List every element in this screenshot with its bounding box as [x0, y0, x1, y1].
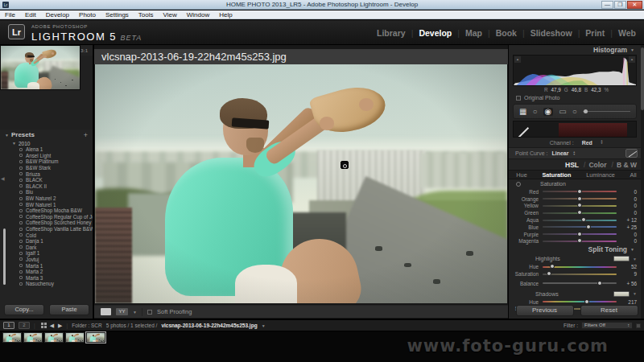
before-after-icon[interactable]: YY	[116, 308, 128, 315]
slider-knob[interactable]	[577, 189, 582, 194]
point-curve-value[interactable]: Linear	[551, 150, 568, 156]
chevron-down-icon[interactable]: ▼	[633, 257, 637, 261]
hsl-header-option[interactable]: Color	[580, 161, 607, 169]
preset-item[interactable]: Ansel Light	[0, 153, 93, 159]
reset-button[interactable]: Reset	[580, 305, 638, 316]
maximize-button[interactable]: ❐	[614, 1, 626, 9]
main-window-button[interactable]: 1	[3, 322, 14, 329]
add-preset-icon[interactable]: +	[84, 131, 88, 139]
presets-header[interactable]: ▼ Presets +	[0, 130, 93, 140]
preset-item[interactable]: Jovtuj	[0, 257, 93, 263]
filmstrip-thumbnail[interactable]	[86, 332, 105, 343]
slider-track[interactable]	[543, 241, 617, 242]
slider-track[interactable]	[543, 212, 617, 214]
menu-item[interactable]: Settings	[105, 11, 129, 19]
filmstrip-thumbnail[interactable]	[23, 332, 43, 343]
preset-item[interactable]: Marta 2	[0, 269, 93, 275]
channel-value[interactable]: Red	[582, 140, 592, 146]
filmstrip-thumbnail[interactable]	[65, 332, 85, 343]
menu-item[interactable]: File	[5, 11, 15, 19]
scrollbar-thumb[interactable]	[641, 47, 644, 110]
preset-item[interactable]: Igalf 1	[0, 250, 93, 257]
hsl-panel-header[interactable]: HSLColorB & W	[509, 159, 644, 170]
copy-button[interactable]: Copy...	[4, 304, 44, 315]
slider-knob[interactable]	[586, 224, 591, 229]
filter-lock-icon[interactable]	[636, 323, 641, 328]
filmstrip-thumbnail[interactable]	[2, 332, 22, 343]
shadow-clipping-indicator[interactable]: ▲	[514, 56, 521, 63]
hsl-header-option[interactable]: B & W	[609, 161, 637, 169]
preset-item[interactable]: Nasuchenuy	[0, 281, 93, 287]
preset-item[interactable]: Biu	[0, 189, 93, 195]
slider-value[interactable]: + 12	[617, 217, 637, 223]
previous-photo-arrow-icon[interactable]: ◀	[50, 323, 54, 329]
slider-knob[interactable]	[547, 271, 551, 276]
menu-item[interactable]: Window	[187, 11, 209, 19]
preset-item[interactable]: B&W Stark	[0, 165, 93, 171]
preset-item[interactable]: Marta 3	[0, 274, 93, 281]
current-file-breadcrumb[interactable]: vlcsnap-2013-06-19-22h42m45s253.jpg	[161, 323, 257, 328]
hsl-tab[interactable]: Hue	[516, 171, 526, 179]
slider-knob[interactable]	[597, 281, 602, 286]
loupe-view-icon[interactable]	[101, 308, 111, 315]
previous-button[interactable]: Previous	[516, 305, 574, 316]
slider-knob[interactable]	[581, 217, 586, 222]
preset-item[interactable]: Danja 1	[0, 238, 93, 245]
slider-knob[interactable]	[577, 203, 582, 208]
slider-value[interactable]: 9	[617, 271, 637, 277]
slider-knob[interactable]	[577, 238, 582, 243]
targeted-adjustment-icon[interactable]	[516, 182, 521, 187]
slider-value[interactable]: + 25	[617, 224, 637, 230]
highlights-color-swatch[interactable]	[613, 256, 630, 261]
preset-item[interactable]: CoffeeShop Vanilla Latte B&W	[0, 226, 93, 232]
menu-item[interactable]: Photo	[79, 11, 96, 19]
right-panel-scrollbar[interactable]	[641, 45, 644, 319]
preset-item[interactable]: CoffeeShop Scorched Honey	[0, 220, 93, 226]
minimize-button[interactable]: —	[601, 1, 613, 9]
second-window-button[interactable]: 2	[19, 322, 30, 329]
tone-curve-panel[interactable]	[513, 121, 637, 138]
hsl-tab[interactable]: All	[630, 171, 637, 179]
red-eye-tool-icon[interactable]: ◉	[543, 108, 554, 116]
module-tab[interactable]: Develop	[406, 28, 452, 38]
tool-slider-knob[interactable]	[584, 109, 588, 113]
hsl-tab[interactable]: Saturation	[542, 171, 571, 179]
filter-dropdown[interactable]: Filters Off ↕	[581, 322, 633, 329]
slider-value[interactable]: 0	[617, 238, 637, 244]
slider-track[interactable]	[543, 191, 617, 192]
navigator-preview[interactable]	[0, 45, 80, 90]
module-tab[interactable]: Library	[377, 28, 406, 38]
slider-track[interactable]	[543, 220, 617, 221]
edit-point-curve-button[interactable]	[625, 149, 638, 158]
preset-item[interactable]: B&W Platinum	[0, 158, 93, 165]
slider-value[interactable]: 0	[617, 203, 637, 208]
slider-track[interactable]	[543, 282, 617, 284]
next-photo-arrow-icon[interactable]: ▶	[58, 323, 62, 329]
spot-removal-tool-icon[interactable]: ○	[532, 108, 537, 116]
hsl-tab[interactable]: Luminance	[586, 171, 615, 179]
grid-view-icon[interactable]	[41, 323, 43, 325]
preset-item[interactable]: Briuza	[0, 171, 93, 177]
preset-item[interactable]: CoffeeShop Mocha B&W	[0, 208, 93, 214]
slider-value[interactable]: 217	[617, 299, 637, 305]
menu-item[interactable]: View	[163, 11, 177, 19]
slider-value[interactable]: 0	[617, 189, 637, 195]
module-tab[interactable]: Print	[572, 28, 605, 38]
preset-item[interactable]: CoffeeShop Regular Cup of Jo...	[0, 214, 93, 220]
paste-button[interactable]: Paste	[49, 304, 89, 315]
slider-track[interactable]	[543, 266, 617, 268]
module-tab[interactable]: Web	[605, 28, 636, 38]
menu-item[interactable]: Tools	[138, 11, 154, 19]
preset-item[interactable]: BW Naturel 2	[0, 195, 93, 202]
preset-item[interactable]: Cold	[0, 232, 93, 238]
highlight-clipping-indicator[interactable]: ▲	[629, 56, 635, 63]
slider-track[interactable]	[543, 233, 617, 235]
module-tab[interactable]: Slideshow	[517, 28, 572, 38]
preset-item[interactable]: BLACK II	[0, 183, 93, 190]
slider-value[interactable]: 52	[617, 264, 637, 269]
slider-value[interactable]: 0	[617, 196, 637, 202]
filmstrip-thumbnail[interactable]	[44, 332, 64, 343]
preset-item[interactable]: Alena 1	[0, 146, 93, 153]
split-toning-header[interactable]: Split Toning ▼	[509, 245, 644, 254]
slider-knob[interactable]	[584, 299, 589, 304]
